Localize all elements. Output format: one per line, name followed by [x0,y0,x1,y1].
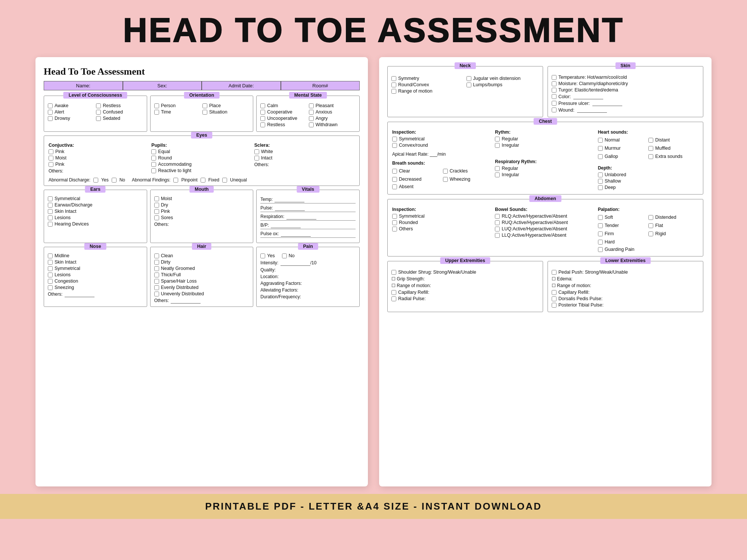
abnormal-row: Abnormal Discharge: Yes No Abnormal Find… [49,177,355,183]
heart-normal: Normal [598,137,648,143]
chest-label: Chest [534,118,557,125]
mouth-section: Mouth Moist Dry Pink Sores Others: [150,190,254,243]
loc-awake: Awake [48,103,94,108]
nose-section: Nose Midline Skin Intact Symmetrical Les… [44,247,147,307]
neck-right: Jugular vein distension Lumps/bumps [467,75,539,95]
pages-container: Head To Toe Assessment Name: Sex: Admit … [0,57,747,486]
loc-confused: Confused [96,109,143,115]
ears-symmetrical: Symmetrical [48,196,143,201]
palp-soft: Soft [598,215,648,220]
extremities-row: Upper Extremities Shoulder Shrug: Strong… [387,261,703,312]
hair-neatly: Neatly Groomed [154,266,249,271]
header-sex: Sex: [123,81,202,90]
findings-pinpoint: Pinpoint [181,177,197,183]
resp-irregular: Irregular [495,172,595,177]
upper-capillary: Capillary Refill: [391,290,539,295]
neck-round-convex: Round/Convex [391,82,464,87]
nose-label: Nose [84,243,106,250]
bowel-rlq: RLQ:Active/Hyperactive/Absent [495,214,595,219]
bowel-label: Bowel Sounds: [495,207,595,212]
nose-midline: Midline [48,253,143,258]
vitals-pulseox-value[interactable] [281,231,311,237]
chest-convex: Convex/round [392,143,493,148]
neck-lumps: Lumps/bumps [467,82,539,87]
resp-regular: Regular [495,166,595,171]
conjunctiva-col: Conjuctiva: Pink Moist Pink Others: [49,143,149,174]
lower-extremities-section: Lower Extremities Pedal Push: Strong/Wea… [548,261,703,312]
findings-fixed-cb[interactable] [201,178,205,183]
heart-gallop: Gallop [598,154,648,159]
nose-symm: Symmetrical [48,266,143,271]
vitals-temp-value[interactable] [275,197,304,202]
vitals-pulse-value[interactable] [275,205,305,211]
header-room: Room# [281,81,360,90]
bowel-sounds-col: Bowel Sounds: RLQ:Active/Hyperactive/Abs… [495,207,595,253]
lower-dorsalis: Dorsalis Pedis Pulse: [552,296,699,301]
rythm-label: Rythm: [495,130,595,135]
sclera-label: Sclera: [254,143,355,148]
breath-decreased: Decreased [392,177,442,182]
vitals-pulse: Pulse: [260,205,356,212]
upper-shoulder: Shoulder Shrug: Strong/Weak/Unable [391,270,539,275]
vitals-section: Vitals Temp: Pulse: Respiration: B/P: Pu… [256,190,360,243]
skin-pressure: Pressure ulcer: [552,100,699,106]
bowel-ruq: RUQ:Active/Hyperactive/Absent [495,220,595,225]
pain-location: Location: [260,274,356,279]
rythm-irregular: Irregular [495,143,595,148]
hair-label: Hair [192,243,211,250]
nose-lesions: Lesions [48,272,143,277]
vitals-bp-value[interactable] [271,223,301,228]
chest-section: Chest Inspection: Symmetrical Convex/rou… [387,122,703,195]
skin-moisture: Moisture: Clammy/diaphoretic/dry [552,81,699,86]
hair-others: Others: [154,298,249,304]
findings-unequal-cb[interactable] [222,178,227,183]
abnormal-yes-cb[interactable] [93,178,98,183]
heart-muffled: Muffled [648,146,698,151]
neck-label: Neck [455,62,476,69]
heart-murmur: Murmur [598,146,648,151]
palpation-label: Palpation: [598,207,698,212]
palp-flat: Flat [648,223,698,228]
pupils-equal: Equal [151,149,252,154]
hair-thick: Thick/Full [154,272,249,277]
abnormal-no-cb[interactable] [112,178,117,183]
nose-others: Others: [48,292,143,297]
breath-sounds-col: Breath sounds: Clear Crackles Decreased … [392,161,493,189]
findings-pinpoint-cb[interactable] [173,178,178,183]
depth-deep: Deep [598,185,698,190]
ears-skin: Skin Intact [48,209,143,214]
palp-rigid: Rigid [648,231,698,236]
abdomen-label: Abdomen [529,195,561,202]
pain-aggravating: Aggravating Factors: [260,281,356,286]
orient-situation: Situation [202,109,249,115]
vitals-resp: Respiration: [260,214,356,221]
pain-section: Pain Yes No Intensity: /10 Quality: Loca… [256,247,360,307]
orient-place: Place [202,103,249,108]
mouth-sores: Sores [154,215,249,220]
bowel-llq: LLQ:Active/Hyperactive/Absent [495,233,595,238]
ears-mouth-vitals: Ears Symmetrical Earwax/Discharge Skin I… [44,190,360,243]
neck-skin-row: Neck Symmetry Round/Convex Range of moti… [387,66,703,117]
ms-calm: Calm [260,103,307,108]
hair-dirty: Dirty [154,259,249,265]
hair-evenly: Evenly Distributed [154,285,249,290]
ears-earwax: Earwax/Discharge [48,202,143,208]
abdomen-inspection-col: Inspection: Symmetrical Rounded Others [392,207,493,253]
resp-rythm-col: Respiratory Rythm: Regular Irregular [495,159,595,177]
chest-heart-col: Heart sounds: Normal Distant Murmur Muff… [598,130,698,191]
vitals-pulseox: Pulse ox: [260,231,356,238]
neck-jugular: Jugular vein distension [467,76,539,81]
loc-label: Level of Consciousness [63,92,127,99]
breath-absent: Absent [392,184,493,189]
resp-rythm-label: Respiratory Rythm: [495,159,595,164]
heart-distant: Distant [648,137,698,143]
pain-quality: Quality: [260,267,356,273]
pupils-round: Round [151,155,252,161]
ears-hearing: Hearing Devices [48,221,143,227]
heart-extra: Extra sounds [648,154,698,159]
sclera-others: Others: [254,162,355,167]
lower-range: ☐ Range of motion: [552,283,699,288]
rythm-regular: Regular [495,136,595,141]
apical-rate: Apical Heart Rate: ___/min [392,152,493,157]
vitals-resp-value[interactable] [286,214,316,220]
